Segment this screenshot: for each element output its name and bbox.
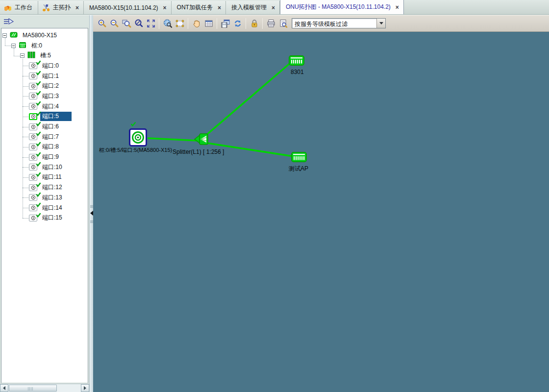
tab[interactable]: 主拓扑 × bbox=[38, 1, 84, 14]
fit-view-button[interactable] bbox=[145, 18, 157, 29]
tree-item-slot[interactable]: 槽:5 bbox=[1, 50, 88, 61]
scrollbar-track[interactable] bbox=[8, 384, 81, 392]
onu-node-label: 测试AP bbox=[289, 165, 308, 173]
printer-icon bbox=[266, 19, 276, 28]
fit-view-icon bbox=[146, 19, 156, 28]
select-region-button[interactable] bbox=[174, 18, 186, 29]
zoom-reset-button[interactable] bbox=[133, 18, 145, 29]
tree-item-label: 端口:13 bbox=[40, 193, 64, 202]
status-check-icon bbox=[36, 100, 41, 107]
port-icon-wrap bbox=[29, 133, 38, 140]
status-check-icon bbox=[36, 70, 41, 77]
scrollbar-thumb[interactable] bbox=[9, 385, 57, 392]
slot-icon bbox=[27, 51, 35, 60]
tree-item-port[interactable]: 端口:11 bbox=[1, 172, 88, 183]
device-tree: MA5800-X15 框:0 bbox=[1, 28, 88, 383]
onu-node-test-ap[interactable] bbox=[291, 152, 307, 164]
tree-item-label: 端口:2 bbox=[40, 81, 61, 91]
table-view-button[interactable] bbox=[203, 18, 215, 29]
toolbar-separator bbox=[246, 18, 246, 29]
scroll-right-button[interactable] bbox=[81, 384, 89, 392]
port-icon-wrap bbox=[29, 123, 38, 130]
tab-close-icon[interactable]: × bbox=[75, 5, 79, 10]
scroll-left-button[interactable] bbox=[0, 384, 8, 392]
collapse-toggle-icon[interactable] bbox=[2, 33, 7, 38]
tree-item-port[interactable]: 端口:2 bbox=[1, 81, 88, 91]
tree-item-label: 端口:12 bbox=[40, 183, 64, 192]
status-check-icon bbox=[36, 131, 41, 138]
save-icon bbox=[221, 19, 230, 28]
tree-item-port[interactable]: 端口:1 bbox=[1, 71, 88, 81]
tree-item-port[interactable]: 端口:5 bbox=[1, 112, 88, 122]
tab[interactable]: 接入模板管理 × bbox=[226, 1, 280, 14]
toolbar-separator bbox=[217, 18, 217, 29]
tree-item-label: 端口:6 bbox=[40, 122, 61, 131]
search-button[interactable] bbox=[162, 18, 174, 29]
toolbar-separator bbox=[159, 18, 159, 29]
zoom-in-button[interactable] bbox=[96, 18, 108, 29]
tree-item-port[interactable]: 端口:9 bbox=[1, 152, 88, 162]
tab[interactable]: ONU拓扑图 - MA5800-X15(10.11.104.2) × bbox=[280, 0, 404, 14]
splitter-node-label: Splitter(L1) [ 1:256 ] bbox=[173, 148, 224, 155]
print-preview-button[interactable] bbox=[277, 18, 289, 29]
onu-node-8301[interactable] bbox=[289, 55, 304, 67]
tab-close-icon[interactable]: × bbox=[218, 5, 221, 10]
tab-close-icon[interactable]: × bbox=[272, 5, 275, 10]
collapse-toggle-icon[interactable] bbox=[20, 53, 25, 58]
tab[interactable]: ONT加载任务 × bbox=[172, 1, 226, 14]
tab-strip: 工作台 主拓扑 × MA5800-X15(10.11.104.2) × ONT加… bbox=[0, 0, 549, 14]
zoom-reset-icon bbox=[134, 19, 144, 28]
status-check-icon bbox=[36, 90, 41, 97]
tree-item-port[interactable]: 端口:12 bbox=[1, 182, 88, 193]
filter-template-select[interactable]: 按服务等级模板过滤 bbox=[292, 18, 386, 28]
tree-item-port[interactable]: 端口:15 bbox=[1, 213, 88, 223]
splitter-node[interactable] bbox=[194, 132, 209, 148]
tree-item-label: 端口:5 bbox=[40, 112, 72, 121]
tree-item-port[interactable]: 端口:14 bbox=[1, 203, 88, 213]
tree-item-label: 端口:11 bbox=[40, 172, 64, 182]
tree-item-port[interactable]: 端口:3 bbox=[1, 91, 88, 101]
tree-item-port[interactable]: 端口:4 bbox=[1, 101, 88, 112]
olt-port-node[interactable] bbox=[129, 128, 147, 147]
tree-h-scrollbar bbox=[0, 384, 89, 392]
tab-label: ONU拓扑图 - MA5800-X15(10.11.104.2) bbox=[286, 3, 391, 11]
tab-icon bbox=[4, 4, 11, 11]
port-icon-wrap bbox=[29, 103, 38, 110]
search-icon bbox=[163, 19, 173, 28]
print-preview-icon bbox=[278, 19, 288, 28]
tree-item-label: 端口:4 bbox=[40, 102, 61, 111]
tree-item-frame[interactable]: 框:0 bbox=[1, 41, 88, 51]
tab[interactable]: MA5800-X15(10.11.104.2) × bbox=[84, 1, 172, 14]
select-region-icon bbox=[175, 19, 185, 28]
frame-icon bbox=[19, 42, 26, 50]
tab-close-icon[interactable]: × bbox=[396, 5, 399, 10]
refresh-button[interactable] bbox=[232, 18, 244, 29]
tree-item-port[interactable]: 端口:13 bbox=[1, 193, 88, 203]
tree-item-port[interactable]: 端口:7 bbox=[1, 132, 88, 142]
tree-item-label: 端口:14 bbox=[40, 203, 64, 213]
status-check-icon bbox=[36, 182, 41, 189]
print-button[interactable] bbox=[265, 18, 277, 29]
save-button[interactable] bbox=[220, 18, 231, 29]
pan-button[interactable] bbox=[191, 18, 202, 29]
tab-close-icon[interactable]: × bbox=[163, 5, 167, 10]
port-icon-wrap bbox=[29, 164, 38, 171]
zoom-out-button[interactable] bbox=[108, 18, 120, 29]
lock-button[interactable] bbox=[249, 18, 260, 29]
onu-node-label: 8301 bbox=[291, 69, 304, 75]
tree-item-port[interactable]: 端口:8 bbox=[1, 142, 88, 152]
status-check-icon bbox=[36, 60, 41, 67]
panel-splitter[interactable] bbox=[89, 15, 93, 392]
tab[interactable]: 工作台 bbox=[0, 1, 38, 14]
collapse-panel-icon[interactable] bbox=[3, 20, 16, 26]
tree-item-port[interactable]: 端口:6 bbox=[1, 122, 88, 132]
tab-label: 工作台 bbox=[15, 3, 32, 12]
tree-item-port[interactable]: 端口:0 bbox=[1, 61, 88, 71]
tree-item-port[interactable]: 端口:10 bbox=[1, 162, 88, 172]
tree-item-device[interactable]: MA5800-X15 bbox=[1, 30, 88, 41]
zoom-region-button[interactable] bbox=[121, 18, 132, 29]
chevron-down-icon[interactable] bbox=[376, 19, 385, 28]
tree-item-label: 槽:5 bbox=[38, 51, 53, 60]
topology-canvas[interactable]: 框:0/槽:5/端口:5(MA5800-X15) Splitter(L1) [ … bbox=[93, 32, 549, 392]
collapse-toggle-icon[interactable] bbox=[11, 44, 16, 48]
